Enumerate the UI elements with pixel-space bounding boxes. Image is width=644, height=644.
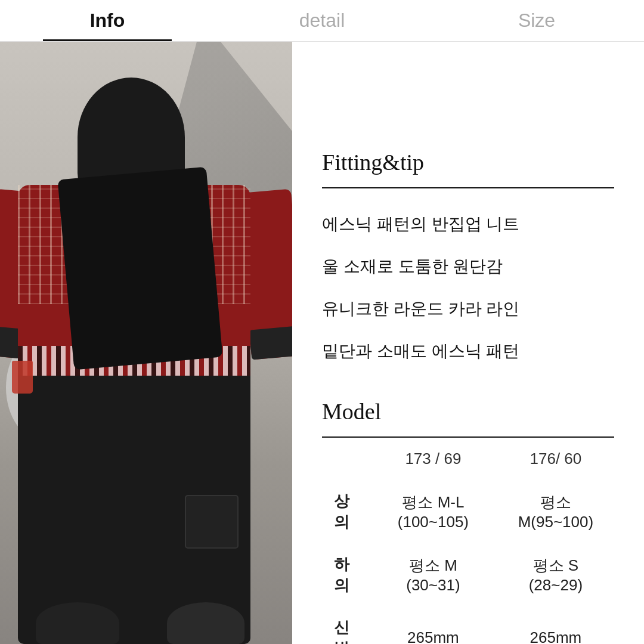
fitting-divider bbox=[322, 187, 614, 188]
model-title: Model bbox=[322, 398, 614, 425]
model-divider bbox=[322, 436, 614, 438]
row-bottom-col2: 평소 S (28~29) bbox=[497, 543, 614, 606]
fitting-title: Fitting&tip bbox=[322, 149, 614, 175]
model-section: Model 173 / 69 176/ 60 상의 평소 M-L (100~10… bbox=[322, 398, 614, 644]
model-scarf bbox=[58, 167, 223, 370]
col-header-2: 176/ 60 bbox=[497, 444, 614, 480]
model-shoe-left bbox=[36, 602, 119, 644]
main-content: Fitting&tip 에스닉 패턴의 반집업 니트 울 소재로 도툼한 원단감… bbox=[0, 42, 644, 644]
coffee-cup bbox=[12, 361, 33, 394]
feature-item-1: 에스닉 패턴의 반집업 니트 bbox=[322, 212, 614, 236]
feature-list: 에스닉 패턴의 반집업 니트 울 소재로 도툼한 원단감 유니크한 라운드 카라… bbox=[322, 212, 614, 363]
model-table-header: 173 / 69 176/ 60 bbox=[322, 444, 614, 480]
row-label-top: 상의 bbox=[322, 480, 369, 543]
row-shoes-col1: 265mm bbox=[369, 606, 497, 644]
top-spacer bbox=[322, 78, 614, 149]
feature-item-3: 유니크한 라운드 카라 라인 bbox=[322, 297, 614, 320]
cargo-pocket bbox=[185, 495, 239, 549]
row-label-shoes: 신발 bbox=[322, 606, 369, 644]
table-row-bottom: 하의 평소 M (30~31) 평소 S (28~29) bbox=[322, 543, 614, 606]
table-row-shoes: 신발 265mm 265mm bbox=[322, 606, 614, 644]
tab-detail[interactable]: detail bbox=[215, 0, 429, 41]
feature-item-4: 밑단과 소매도 에스닉 패턴 bbox=[322, 339, 614, 363]
tab-detail-label: detail bbox=[299, 10, 345, 32]
col-header-0 bbox=[322, 444, 369, 480]
model-table: 173 / 69 176/ 60 상의 평소 M-L (100~105) 평소 … bbox=[322, 444, 614, 644]
tab-bar: Info detail Size bbox=[0, 0, 644, 42]
row-bottom-col1: 평소 M (30~31) bbox=[369, 543, 497, 606]
row-top-col2: 평소 M(95~100) bbox=[497, 480, 614, 543]
table-row-top: 상의 평소 M-L (100~105) 평소 M(95~100) bbox=[322, 480, 614, 543]
tab-info[interactable]: Info bbox=[0, 0, 215, 41]
row-top-col1: 평소 M-L (100~105) bbox=[369, 480, 497, 543]
tab-size[interactable]: Size bbox=[429, 0, 644, 41]
tab-info-label: Info bbox=[90, 10, 125, 32]
model-figure bbox=[0, 78, 292, 644]
sleeve-end-right bbox=[249, 326, 292, 360]
model-shoe-right bbox=[167, 602, 244, 644]
row-shoes-col2: 265mm bbox=[497, 606, 614, 644]
fitting-section: Fitting&tip 에스닉 패턴의 반집업 니트 울 소재로 도툼한 원단감… bbox=[322, 149, 614, 363]
row-label-bottom: 하의 bbox=[322, 543, 369, 606]
tab-size-label: Size bbox=[518, 10, 555, 32]
right-panel: Fitting&tip 에스닉 패턴의 반집업 니트 울 소재로 도툼한 원단감… bbox=[292, 42, 644, 644]
col-header-1: 173 / 69 bbox=[369, 444, 497, 480]
product-image bbox=[0, 42, 292, 644]
feature-item-2: 울 소재로 도툼한 원단감 bbox=[322, 255, 614, 278]
